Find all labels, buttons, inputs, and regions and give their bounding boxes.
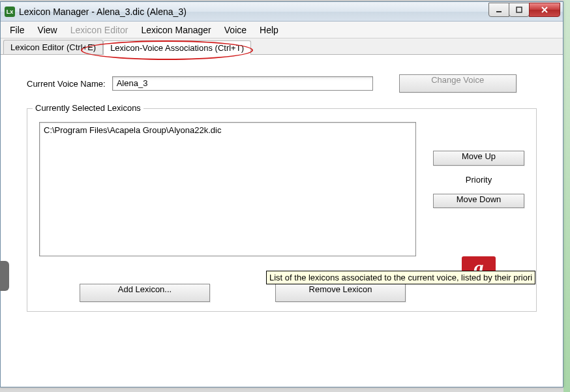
change-voice-button[interactable]: Change Voice [399,74,517,93]
menu-view[interactable]: View [31,23,64,37]
list-item[interactable]: C:\Program Files\Acapela Group\Alyona22k… [44,125,412,135]
move-up-button[interactable]: Move Up [433,151,524,166]
menubar: File View Lexicon Editor Lexicon Manager… [1,22,563,38]
tabstrip: Lexicon Editor (Ctrl+E) Lexicon-Voice As… [1,38,563,54]
titlebar: Lx Lexicon Manager - Alena_3.dic (Alena_… [1,2,563,22]
tab-lexicon-editor[interactable]: Lexicon Editor (Ctrl+E) [3,40,103,54]
minimize-button[interactable] [488,3,509,17]
remove-lexicon-button[interactable]: Remove Lexicon [275,284,406,302]
tab-voice-associations[interactable]: Lexicon-Voice Associations (Ctrl+T) [103,40,251,55]
group-legend: Currently Selected Lexicons [33,103,143,113]
menu-voice[interactable]: Voice [218,23,253,37]
move-down-button[interactable]: Move Down [433,194,524,209]
tab-panel: Current Voice Name: Alena_3 Change Voice… [1,54,563,387]
app-icon: Lx [5,7,15,17]
voice-label: Current Voice Name: [27,79,106,89]
maximize-button[interactable] [509,3,530,17]
tooltip: List of the lexicons associated to the c… [266,271,535,284]
app-window: Lx Lexicon Manager - Alena_3.dic (Alena_… [0,1,563,387]
menu-lexicon-manager[interactable]: Lexicon Manager [134,23,217,37]
menu-file[interactable]: File [3,23,31,37]
window-title: Lexicon Manager - Alena_3.dic (Alena_3) [19,7,485,17]
priority-label: Priority [466,175,492,185]
voice-row: Current Voice Name: Alena_3 Change Voice [27,74,537,93]
close-button[interactable] [529,3,560,17]
voice-name-field[interactable]: Alena_3 [112,76,373,91]
lexicon-listbox[interactable]: C:\Program Files\Acapela Group\Alyona22k… [39,122,416,256]
menu-lexicon-editor: Lexicon Editor [64,23,135,37]
menu-help[interactable]: Help [253,23,285,37]
svg-rect-1 [517,7,522,12]
add-lexicon-button[interactable]: Add Lexicon... [80,284,210,302]
